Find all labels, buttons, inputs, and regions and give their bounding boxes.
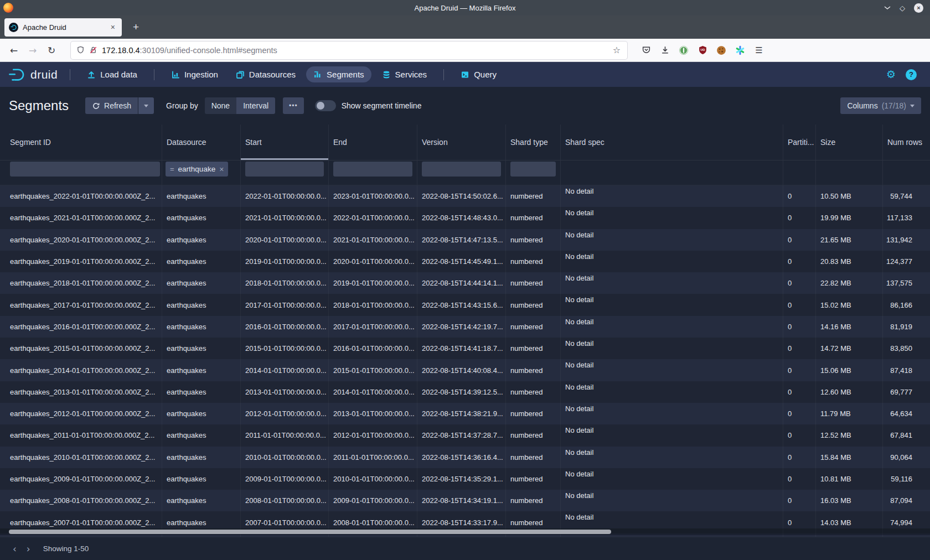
refresh-dropdown-button[interactable] (138, 97, 154, 114)
cell-shard-type: numbered (506, 294, 561, 315)
cell-partition: 0 (783, 381, 816, 403)
back-icon[interactable]: ← (6, 42, 22, 59)
next-page-icon[interactable]: › (22, 543, 35, 554)
cell-shard-spec: No detail (561, 229, 783, 251)
cell-start: 2020-01-01T00:00:00.0... (241, 229, 329, 251)
window-maximize-icon[interactable]: ◇ (900, 4, 905, 12)
previous-page-icon[interactable]: ‹ (8, 543, 22, 554)
cell-partition: 0 (783, 468, 816, 490)
nav-item-load-data[interactable]: Load data (80, 66, 144, 82)
settings-gear-icon[interactable]: ⚙ (886, 69, 896, 80)
hamburger-menu-icon[interactable]: ☰ (753, 45, 764, 56)
nav-item-datasources[interactable]: Datasources (229, 66, 303, 82)
group-by-none-button[interactable]: None (205, 97, 236, 114)
cell-num-rows: 67,841 (883, 424, 930, 446)
column-header-partition[interactable]: Partiti... (783, 125, 816, 160)
datasource-filter-tag[interactable]: = earthquake × (166, 162, 228, 177)
segment-id-filter-input[interactable] (10, 162, 160, 177)
segment-timeline-toggle[interactable] (315, 100, 336, 111)
column-header-num-rows[interactable]: Num rows (883, 125, 930, 160)
table-row[interactable]: earthquakes_2014-01-01T00:00:00.000Z_2..… (0, 359, 930, 381)
tab-close-icon[interactable]: × (108, 23, 117, 32)
column-header-shard-spec[interactable]: Shard spec (561, 125, 783, 160)
column-header-version[interactable]: Version (417, 125, 506, 160)
cell-shard-spec: No detail (561, 468, 783, 490)
cell-num-rows: 81,919 (883, 316, 930, 338)
table-row[interactable]: earthquakes_2022-01-01T00:00:00.000Z_2..… (0, 185, 930, 207)
new-tab-button[interactable]: + (130, 21, 142, 33)
more-options-button[interactable]: ••• (283, 97, 304, 114)
cell-segment-id: earthquakes_2022-01-01T00:00:00.000Z_2..… (0, 185, 162, 207)
table-row[interactable]: earthquakes_2008-01-01T00:00:00.000Z_2..… (0, 490, 930, 511)
window-close-icon[interactable]: × (914, 3, 923, 13)
extension-asterisk-icon[interactable] (735, 45, 746, 56)
toggle-knob (317, 102, 324, 110)
column-header-end[interactable]: End (329, 125, 417, 160)
table-row[interactable]: earthquakes_2013-01-01T00:00:00.000Z_2..… (0, 381, 930, 403)
services-icon (382, 70, 391, 79)
extension-green-icon[interactable] (678, 45, 689, 56)
nav-item-segments[interactable]: Segments (306, 66, 371, 82)
column-header-segment-id[interactable]: Segment ID (0, 125, 162, 160)
ublock-icon[interactable]: UO (697, 45, 708, 56)
cell-size: 12.52 MB (816, 424, 883, 446)
cell-partition: 0 (783, 490, 816, 511)
nav-item-ingestion[interactable]: Ingestion (164, 66, 225, 82)
cookie-extension-icon[interactable] (716, 45, 727, 56)
bookmark-star-icon[interactable]: ☆ (612, 45, 622, 55)
nav-divider (443, 69, 444, 80)
remove-filter-icon[interactable]: × (219, 165, 224, 174)
cell-datasource: earthquakes (162, 468, 241, 490)
table-row[interactable]: earthquakes_2011-01-01T00:00:00.000Z_2..… (0, 424, 930, 446)
table-row[interactable]: earthquakes_2017-01-01T00:00:00.000Z_2..… (0, 294, 930, 315)
column-header-shard-type[interactable]: Shard type (506, 125, 561, 160)
cell-num-rows: 59,116 (883, 468, 930, 490)
equals-icon: = (170, 165, 174, 173)
table-row[interactable]: earthquakes_2015-01-01T00:00:00.000Z_2..… (0, 338, 930, 359)
shard-type-filter-input[interactable] (510, 162, 556, 177)
end-filter-input[interactable] (333, 162, 412, 177)
cell-datasource: earthquakes (162, 490, 241, 511)
downloads-icon[interactable] (659, 45, 670, 56)
url-bar[interactable]: 172.18.0.4:30109/unified-console.html#se… (71, 42, 627, 59)
start-filter-input[interactable] (245, 162, 324, 177)
insecure-lock-icon[interactable] (89, 46, 97, 54)
table-row[interactable]: earthquakes_2018-01-01T00:00:00.000Z_2..… (0, 272, 930, 294)
cell-segment-id: earthquakes_2009-01-01T00:00:00.000Z_2..… (0, 468, 162, 490)
browser-tab[interactable]: Apache Druid × (4, 18, 122, 37)
reload-icon[interactable]: ↻ (43, 42, 60, 59)
nav-item-services[interactable]: Services (375, 66, 435, 82)
help-icon[interactable]: ? (906, 69, 917, 80)
forward-icon[interactable]: → (24, 42, 41, 59)
pocket-icon[interactable] (640, 45, 652, 56)
column-header-start[interactable]: Start (241, 125, 329, 160)
refresh-button[interactable]: Refresh (85, 97, 138, 114)
column-header-size[interactable]: Size (816, 125, 883, 160)
table-row[interactable]: earthquakes_2021-01-01T00:00:00.000Z_2..… (0, 207, 930, 229)
version-filter-input[interactable] (422, 162, 501, 177)
table-row[interactable]: earthquakes_2012-01-01T00:00:00.000Z_2..… (0, 403, 930, 424)
nav-item-query[interactable]: Query (453, 66, 504, 82)
cell-size: 12.60 MB (816, 381, 883, 403)
tracking-shield-icon[interactable] (76, 46, 85, 54)
brand-name: druid (30, 68, 58, 81)
group-by-interval-button[interactable]: Interval (236, 97, 275, 114)
table-row[interactable]: earthquakes_2019-01-01T00:00:00.000Z_2..… (0, 251, 930, 272)
table-row[interactable]: earthquakes_2020-01-01T00:00:00.000Z_2..… (0, 229, 930, 251)
cell-partition: 0 (783, 207, 816, 229)
druid-logo[interactable]: druid (6, 67, 62, 82)
cell-size: 20.83 MB (816, 251, 883, 272)
cell-size: 21.65 MB (816, 229, 883, 251)
horizontal-scrollbar-thumb[interactable] (9, 530, 611, 534)
cell-version: 2022-08-15T14:36:16.4... (417, 447, 506, 468)
ingestion-icon (171, 70, 180, 79)
cell-segment-id: earthquakes_2015-01-01T00:00:00.000Z_2..… (0, 338, 162, 359)
table-row[interactable]: earthquakes_2016-01-01T00:00:00.000Z_2..… (0, 316, 930, 338)
table-row[interactable]: earthquakes_2009-01-01T00:00:00.000Z_2..… (0, 468, 930, 490)
column-header-datasource[interactable]: Datasource (162, 125, 241, 160)
table-row[interactable]: earthquakes_2010-01-01T00:00:00.000Z_2..… (0, 447, 930, 468)
columns-button[interactable]: Columns (17/18) (840, 97, 921, 114)
window-titlebar: Apache Druid — Mozilla Firefox ◇ × (0, 0, 930, 15)
window-minimize-icon[interactable] (884, 6, 891, 10)
cell-version: 2022-08-15T14:41:18.7... (417, 338, 506, 359)
